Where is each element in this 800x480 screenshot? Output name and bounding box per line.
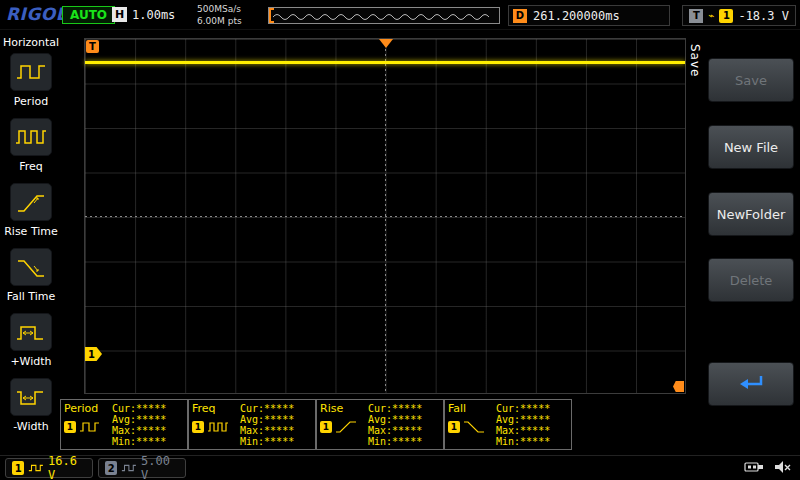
channel1-coupling-icon bbox=[28, 462, 44, 474]
measurement-freq[interactable]: Freq 1 Cur:***** Avg:***** Max:***** Min… bbox=[188, 399, 316, 450]
oscilloscope-screen: RIGOL AUTO H 1.00ms 500MSa/s 6.00M pts D… bbox=[0, 0, 800, 480]
trigger-readout-group[interactable]: T ⌁ 1 -18.3 V bbox=[682, 5, 796, 26]
trigger-edge-icon: ⌁ bbox=[708, 10, 714, 21]
acquisition-info: 500MSa/s 6.00M pts bbox=[197, 3, 242, 27]
channel2-scale-value: 5.00 V bbox=[141, 454, 179, 480]
delay-readout-group[interactable]: D 261.200000ms bbox=[508, 5, 670, 26]
trigger-level-value: -18.3 V bbox=[738, 9, 789, 23]
period-icon bbox=[14, 59, 48, 85]
channel1-trace bbox=[85, 61, 685, 64]
sidebar-item-label: Period bbox=[14, 95, 48, 108]
sidebar-item-plus-width[interactable]: +Width bbox=[0, 310, 62, 374]
sidebar-item-label: Rise Time bbox=[4, 225, 58, 238]
measurement-cur: Cur:***** bbox=[112, 403, 184, 414]
channel-status-bar: 1 16.6 V 2 5.00 V bbox=[0, 455, 800, 480]
sidebar-item-period[interactable]: Period bbox=[0, 50, 62, 114]
measurement-cur: Cur:***** bbox=[368, 403, 440, 414]
channel1-level-marker[interactable]: 1 bbox=[85, 347, 102, 361]
measurement-fall[interactable]: Fall 1 Cur:***** Avg:***** Max:***** Min… bbox=[444, 399, 572, 450]
horizontal-timebase-group[interactable]: H 1.00ms bbox=[112, 7, 175, 22]
sidebar-item-label: Fall Time bbox=[7, 290, 56, 303]
measurement-strip: Period 1 Cur:***** Avg:***** Max:***** M… bbox=[60, 399, 572, 450]
measurement-name: Freq bbox=[192, 402, 240, 415]
measure-sidebar: Horizontal Period Freq Rise Time Fall Ti… bbox=[0, 30, 62, 455]
waveform-preview-strip[interactable] bbox=[268, 7, 500, 24]
measurement-rise[interactable]: Rise 1 Cur:***** Avg:***** Max:***** Min… bbox=[316, 399, 444, 450]
channel1-scale-value: 16.6 V bbox=[48, 454, 86, 480]
status-icons bbox=[744, 459, 792, 475]
horizontal-label: H bbox=[112, 7, 127, 22]
rise-glyph-icon bbox=[334, 419, 358, 435]
measurement-min: Min:***** bbox=[240, 436, 312, 447]
measurement-channel-badge: 1 bbox=[192, 421, 204, 433]
delay-value: 261.200000ms bbox=[533, 9, 620, 23]
plus-width-icon bbox=[14, 319, 48, 345]
measurement-max: Max:***** bbox=[240, 425, 312, 436]
sidebar-item-minus-width[interactable]: -Width bbox=[0, 375, 62, 439]
new-folder-button[interactable]: NewFolder bbox=[708, 192, 794, 236]
measurement-channel-badge: 1 bbox=[64, 421, 76, 433]
period-glyph-icon bbox=[78, 419, 102, 435]
sidebar-title: Horizontal bbox=[0, 30, 62, 49]
freq-icon bbox=[14, 124, 48, 150]
timebase-value: 1.00ms bbox=[132, 8, 175, 22]
measurement-min: Min:***** bbox=[496, 436, 568, 447]
delete-button[interactable]: Delete bbox=[708, 258, 794, 302]
sidebar-item-freq[interactable]: Freq bbox=[0, 115, 62, 179]
measurement-avg: Avg:***** bbox=[496, 414, 568, 425]
save-menu-panel: Save Save New File NewFolder Delete bbox=[686, 30, 800, 455]
new-file-button[interactable]: New File bbox=[708, 125, 794, 169]
measurement-name: Rise bbox=[320, 402, 368, 415]
return-arrow-icon bbox=[731, 372, 771, 396]
measurement-avg: Avg:***** bbox=[112, 414, 184, 425]
usb-icon bbox=[744, 459, 764, 475]
measurement-name: Period bbox=[64, 402, 112, 415]
measurement-cur: Cur:***** bbox=[496, 403, 568, 414]
preview-waveform-icon bbox=[269, 8, 497, 23]
menu-tab-save: Save bbox=[688, 44, 702, 77]
sample-rate: 500MSa/s bbox=[197, 3, 242, 15]
preview-window-bracket-icon bbox=[269, 8, 274, 23]
save-button[interactable]: Save bbox=[708, 58, 794, 102]
delay-label: D bbox=[513, 9, 527, 23]
confirm-return-button[interactable] bbox=[708, 362, 794, 406]
trigger-corner-marker: T bbox=[86, 40, 99, 53]
minus-width-icon bbox=[14, 384, 48, 410]
freq-glyph-icon bbox=[206, 419, 230, 435]
fall-glyph-icon bbox=[462, 419, 486, 435]
measurement-period[interactable]: Period 1 Cur:***** Avg:***** Max:***** M… bbox=[60, 399, 188, 450]
channel2-status[interactable]: 2 5.00 V bbox=[98, 458, 186, 478]
rigol-logo: RIGOL bbox=[6, 4, 67, 24]
center-horizontal-gridline bbox=[85, 216, 685, 217]
run-status-badge[interactable]: AUTO bbox=[62, 6, 115, 24]
memory-depth: 6.00M pts bbox=[197, 15, 242, 27]
measurement-avg: Avg:***** bbox=[240, 414, 312, 425]
channel1-status[interactable]: 1 16.6 V bbox=[5, 458, 93, 478]
channel2-coupling-icon bbox=[121, 462, 137, 474]
trigger-position-arrow-icon[interactable] bbox=[379, 39, 393, 48]
measurement-channel-badge: 1 bbox=[448, 421, 460, 433]
measurement-max: Max:***** bbox=[112, 425, 184, 436]
measurement-channel-badge: 1 bbox=[320, 421, 332, 433]
fall-time-icon bbox=[14, 254, 48, 280]
trigger-label: T bbox=[689, 9, 703, 23]
trigger-source-badge: 1 bbox=[719, 9, 733, 23]
top-status-bar: RIGOL AUTO H 1.00ms 500MSa/s 6.00M pts D… bbox=[0, 0, 800, 30]
measurement-min: Min:***** bbox=[368, 436, 440, 447]
measurement-cur: Cur:***** bbox=[240, 403, 312, 414]
measurement-avg: Avg:***** bbox=[368, 414, 440, 425]
sidebar-item-label: Freq bbox=[19, 160, 43, 173]
measurement-min: Min:***** bbox=[112, 436, 184, 447]
channel2-badge: 2 bbox=[105, 461, 117, 475]
sidebar-item-label: -Width bbox=[13, 420, 48, 433]
sidebar-item-rise-time[interactable]: Rise Time bbox=[0, 180, 62, 244]
sidebar-item-fall-time[interactable]: Fall Time bbox=[0, 245, 62, 309]
waveform-display-area[interactable]: T 1 bbox=[84, 38, 686, 394]
rise-time-icon bbox=[14, 189, 48, 215]
measurement-max: Max:***** bbox=[368, 425, 440, 436]
sidebar-item-label: +Width bbox=[10, 355, 51, 368]
measurement-name: Fall bbox=[448, 402, 496, 415]
channel1-badge: 1 bbox=[12, 461, 24, 475]
speaker-icon[interactable] bbox=[774, 459, 792, 475]
delay-position-marker-icon bbox=[673, 381, 684, 392]
